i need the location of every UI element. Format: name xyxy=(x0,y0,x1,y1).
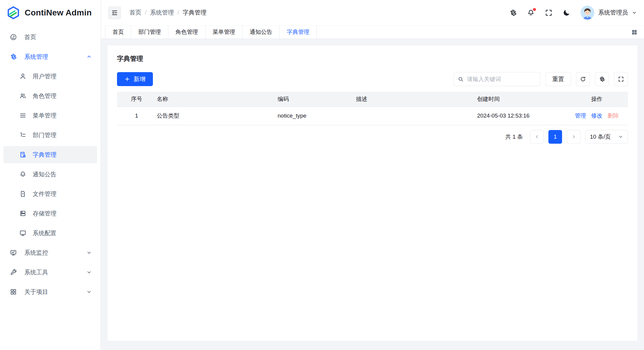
prev-page-button[interactable] xyxy=(530,130,544,144)
sidebar-item-dept[interactable]: 部门管理 xyxy=(4,126,97,144)
topbar: 首页/系统管理/字典管理 xyxy=(101,0,644,26)
sidebar-item-label: 菜单管理 xyxy=(33,112,56,120)
chevron-down-icon xyxy=(86,250,92,255)
theme-toggle-button[interactable] xyxy=(563,9,570,17)
pagination-total: 共 1 条 xyxy=(505,133,523,141)
tab-dept[interactable]: 部门管理 xyxy=(131,26,168,39)
brand-hexagon-icon xyxy=(7,6,20,20)
chevron-down-icon xyxy=(86,270,92,275)
sidebar-item-dashboard[interactable]: 首页 xyxy=(4,28,97,46)
sidebar-item-label: 存储管理 xyxy=(33,210,56,218)
breadcrumb-separator: / xyxy=(145,9,147,16)
settings-button[interactable] xyxy=(509,9,517,17)
table-fullscreen-button[interactable] xyxy=(614,72,628,86)
table-cell: 2024-05-03 12:53:16 xyxy=(477,107,566,125)
chevron-right-icon xyxy=(571,134,576,139)
manage-link[interactable]: 管理 xyxy=(575,112,586,120)
gear-icon xyxy=(599,76,605,82)
table-row: 1公告类型notice_type2024-05-03 12:53:16管理修改删… xyxy=(117,107,628,125)
column-header-5: 操作 xyxy=(566,92,628,107)
reset-button[interactable]: 重置 xyxy=(545,72,571,86)
menu-lines-icon xyxy=(19,112,26,119)
tab-home[interactable]: 首页 xyxy=(105,26,131,39)
table-cell: notice_type xyxy=(277,107,355,125)
sidebar-item-menu[interactable]: 菜单管理 xyxy=(4,107,97,124)
breadcrumb-item[interactable]: 首页 xyxy=(129,9,141,17)
add-button-label: 新增 xyxy=(134,75,145,83)
table-settings-button[interactable] xyxy=(595,72,609,86)
sidebar-item-notice[interactable]: 通知公告 xyxy=(4,166,97,183)
users-icon xyxy=(19,92,26,99)
sidebar-item-label: 系统管理 xyxy=(24,53,48,61)
page-size-select[interactable]: 10 条/页 xyxy=(585,130,628,144)
sidebar: ContiNew Admin 首页系统管理用户管理角色管理菜单管理部门管理字典管… xyxy=(0,0,101,350)
gear-icon xyxy=(10,53,17,60)
sidebar-item-label: 首页 xyxy=(24,33,36,41)
user-menu[interactable]: 系统管理员 xyxy=(580,6,637,20)
search-input[interactable] xyxy=(454,72,540,86)
table-cell xyxy=(355,107,477,125)
sidebar-item-label: 通知公告 xyxy=(33,170,56,178)
breadcrumb-item[interactable]: 系统管理 xyxy=(150,9,174,17)
data-table: 序号名称编码描述创建时间操作 1公告类型notice_type2024-05-0… xyxy=(117,92,628,125)
chevron-down-icon xyxy=(618,134,623,139)
sidebar-item-tools[interactable]: 系统工具 xyxy=(4,264,97,281)
breadcrumb-item[interactable]: 字典管理 xyxy=(183,9,206,17)
sidebar-item-label: 关于项目 xyxy=(24,288,48,296)
app-title: ContiNew Admin xyxy=(25,8,92,18)
tab-notice[interactable]: 通知公告 xyxy=(243,26,280,39)
tab-options-button[interactable] xyxy=(631,26,637,39)
sidebar-collapse-button[interactable] xyxy=(108,6,121,19)
delete-link[interactable]: 删除 xyxy=(607,112,619,120)
user-icon xyxy=(19,73,26,80)
tab-menu[interactable]: 菜单管理 xyxy=(205,26,243,39)
edit-link[interactable]: 修改 xyxy=(591,112,602,120)
sidebar-item-label: 角色管理 xyxy=(33,92,56,100)
page-number-button[interactable]: 1 xyxy=(548,130,562,144)
dashboard-icon xyxy=(10,34,17,41)
grid-filled-icon xyxy=(631,29,637,35)
column-header-0: 序号 xyxy=(117,92,156,107)
file-icon xyxy=(19,190,26,197)
avatar xyxy=(580,6,594,20)
sidebar-item-system[interactable]: 系统管理 xyxy=(4,48,97,65)
sidebar-item-storage[interactable]: 存储管理 xyxy=(4,205,97,222)
sidebar-item-config[interactable]: 系统配置 xyxy=(4,224,97,242)
wrench-icon xyxy=(10,269,17,276)
sidebar-item-file[interactable]: 文件管理 xyxy=(4,185,97,202)
notifications-button[interactable] xyxy=(527,9,535,17)
table-cell: 1 xyxy=(117,107,156,125)
sidebar-item-dict[interactable]: 字典管理 xyxy=(4,146,97,163)
sidebar-item-monitor[interactable]: 系统监控 xyxy=(4,244,97,261)
column-header-1: 名称 xyxy=(156,92,277,107)
column-header-3: 描述 xyxy=(355,92,477,107)
main-column: 首页/系统管理/字典管理 xyxy=(101,0,644,350)
tab-role[interactable]: 角色管理 xyxy=(168,26,205,39)
sidebar-item-user[interactable]: 用户管理 xyxy=(4,68,97,85)
page-card: 字典管理 新增 重置 xyxy=(107,45,637,341)
grid-icon xyxy=(10,288,17,295)
sidebar-item-label: 字典管理 xyxy=(33,151,56,159)
page-title: 字典管理 xyxy=(117,54,628,63)
tab-dict[interactable]: 字典管理 xyxy=(280,26,317,39)
sidebar-item-label: 文件管理 xyxy=(33,190,56,198)
moon-icon xyxy=(563,9,570,17)
refresh-icon xyxy=(580,76,586,82)
table-body: 1公告类型notice_type2024-05-03 12:53:16管理修改删… xyxy=(117,107,628,125)
sidebar-item-about[interactable]: 关于项目 xyxy=(4,283,97,300)
sidebar-item-role[interactable]: 角色管理 xyxy=(4,87,97,104)
app-logo[interactable]: ContiNew Admin xyxy=(0,0,101,26)
fullscreen-icon xyxy=(545,9,553,17)
add-button[interactable]: 新增 xyxy=(117,72,153,86)
menu-fold-icon xyxy=(111,9,118,16)
refresh-button[interactable] xyxy=(576,72,590,86)
sidebar-item-label: 部门管理 xyxy=(33,131,56,139)
fullscreen-button[interactable] xyxy=(545,9,553,17)
sidebar-item-label: 系统工具 xyxy=(24,268,48,276)
user-name: 系统管理员 xyxy=(598,9,628,17)
pagination: 共 1 条 1 10 条/页 xyxy=(117,130,628,144)
topbar-actions: 系统管理员 xyxy=(509,6,637,20)
sidebar-menu: 首页系统管理用户管理角色管理菜单管理部门管理字典管理通知公告文件管理存储管理系统… xyxy=(0,26,101,350)
chevron-left-icon xyxy=(534,134,539,139)
next-page-button[interactable] xyxy=(567,130,580,144)
